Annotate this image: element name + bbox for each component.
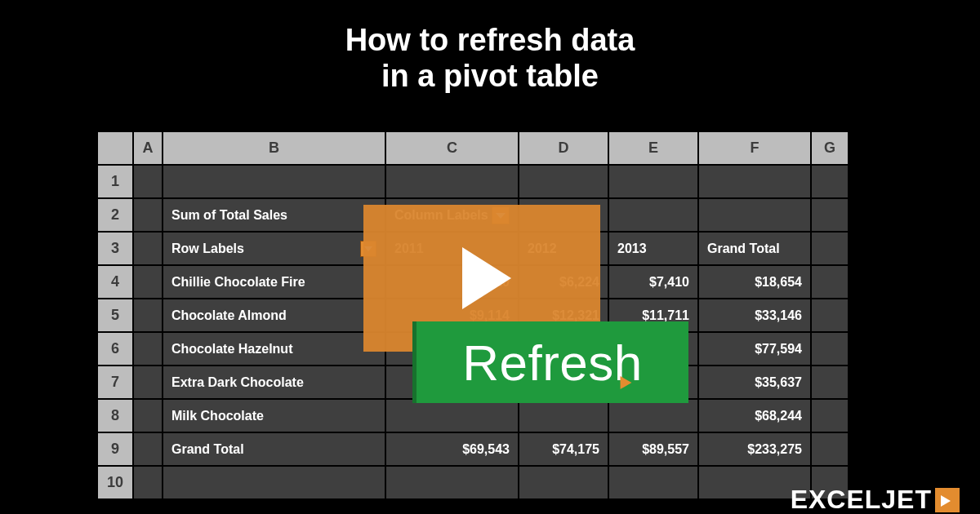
year-2013-header[interactable]: 2013 <box>608 232 698 265</box>
cell[interactable] <box>133 366 163 399</box>
col-header-f[interactable]: F <box>698 131 811 165</box>
value-cell[interactable] <box>385 399 519 432</box>
row-labels-text: Row Labels <box>172 241 244 256</box>
cell[interactable] <box>133 232 163 265</box>
total-cell[interactable]: $69,543 <box>385 432 519 466</box>
col-header-a[interactable]: A <box>133 131 163 165</box>
col-header-e[interactable]: E <box>608 131 698 165</box>
value-cell[interactable]: $7,410 <box>608 265 698 299</box>
col-header-d[interactable]: D <box>519 131 608 165</box>
cell[interactable] <box>385 165 519 198</box>
cell[interactable] <box>133 198 163 232</box>
column-header-row: A B C D E F G <box>97 131 849 165</box>
value-cell[interactable]: $77,594 <box>698 332 811 366</box>
cell[interactable] <box>698 198 811 232</box>
col-header-c[interactable]: C <box>385 131 519 165</box>
value-cell[interactable] <box>608 399 698 432</box>
logo-text: EXCELJET <box>791 485 932 514</box>
table-row: 10 <box>97 466 849 499</box>
cell[interactable] <box>133 432 163 466</box>
cell[interactable] <box>811 332 849 366</box>
row-label[interactable]: Chillie Chocolate Fire <box>163 265 385 299</box>
cell[interactable] <box>811 198 849 232</box>
cell[interactable] <box>811 399 849 432</box>
row-label[interactable]: Chocolate Almond <box>163 299 385 332</box>
table-row: 8 Milk Chocolate $68,244 <box>97 399 849 432</box>
cell[interactable] <box>811 165 849 198</box>
row-header-3[interactable]: 3 <box>97 232 133 265</box>
refresh-button-graphic: Refresh <box>412 321 688 403</box>
total-cell[interactable]: $74,175 <box>519 432 608 466</box>
cell[interactable] <box>608 198 698 232</box>
cell[interactable] <box>519 466 608 499</box>
logo-icon <box>935 488 960 512</box>
row-header-8[interactable]: 8 <box>97 399 133 432</box>
total-cell[interactable]: $233,275 <box>698 432 811 466</box>
row-label[interactable]: Milk Chocolate <box>163 399 385 432</box>
row-header-2[interactable]: 2 <box>97 198 133 232</box>
value-cell[interactable]: $68,244 <box>698 399 811 432</box>
cell[interactable] <box>133 399 163 432</box>
row-header-10[interactable]: 10 <box>97 466 133 499</box>
exceljet-logo: EXCELJET <box>791 485 960 514</box>
cell[interactable] <box>519 165 608 198</box>
row-header-7[interactable]: 7 <box>97 366 133 399</box>
cell[interactable] <box>133 165 163 198</box>
grand-total-row-label[interactable]: Grand Total <box>163 432 385 466</box>
row-header-4[interactable]: 4 <box>97 265 133 299</box>
row-header-1[interactable]: 1 <box>97 165 133 198</box>
sum-of-total-sales-label[interactable]: Sum of Total Sales <box>163 198 385 232</box>
cell[interactable] <box>133 299 163 332</box>
cell[interactable] <box>811 265 849 299</box>
cell[interactable] <box>608 165 698 198</box>
cell[interactable] <box>133 265 163 299</box>
play-icon <box>462 247 511 309</box>
value-cell[interactable]: $18,654 <box>698 265 811 299</box>
value-cell[interactable]: $35,637 <box>698 366 811 399</box>
cell[interactable] <box>385 466 519 499</box>
table-row: 1 <box>97 165 849 198</box>
row-header-6[interactable]: 6 <box>97 332 133 366</box>
col-header-g[interactable]: G <box>811 131 849 165</box>
cell[interactable] <box>811 299 849 332</box>
row-label[interactable]: Chocolate Hazelnut <box>163 332 385 366</box>
row-labels-cell[interactable]: Row Labels <box>163 232 385 265</box>
page-title: How to refresh data in a pivot table <box>0 23 980 94</box>
cell[interactable] <box>163 466 385 499</box>
title-line-2: in a pivot table <box>381 59 599 93</box>
row-label[interactable]: Extra Dark Chocolate <box>163 366 385 399</box>
row-header-5[interactable]: 5 <box>97 299 133 332</box>
value-cell[interactable]: $33,146 <box>698 299 811 332</box>
table-row: 9 Grand Total $69,543 $74,175 $89,557 $2… <box>97 432 849 466</box>
col-header-b[interactable]: B <box>163 131 385 165</box>
video-thumbnail[interactable]: How to refresh data in a pivot table A B… <box>0 0 980 514</box>
cell[interactable] <box>811 232 849 265</box>
grand-total-header[interactable]: Grand Total <box>698 232 811 265</box>
cell[interactable] <box>163 165 385 198</box>
cell[interactable] <box>608 466 698 499</box>
refresh-label: Refresh <box>462 334 643 392</box>
cell[interactable] <box>133 466 163 499</box>
row-header-9[interactable]: 9 <box>97 432 133 466</box>
cell[interactable] <box>811 366 849 399</box>
cell[interactable] <box>133 332 163 366</box>
cell[interactable] <box>698 165 811 198</box>
title-line-1: How to refresh data <box>345 23 635 57</box>
corner-cell <box>97 131 133 165</box>
cell[interactable] <box>811 432 849 466</box>
value-cell[interactable] <box>519 399 608 432</box>
total-cell[interactable]: $89,557 <box>608 432 698 466</box>
